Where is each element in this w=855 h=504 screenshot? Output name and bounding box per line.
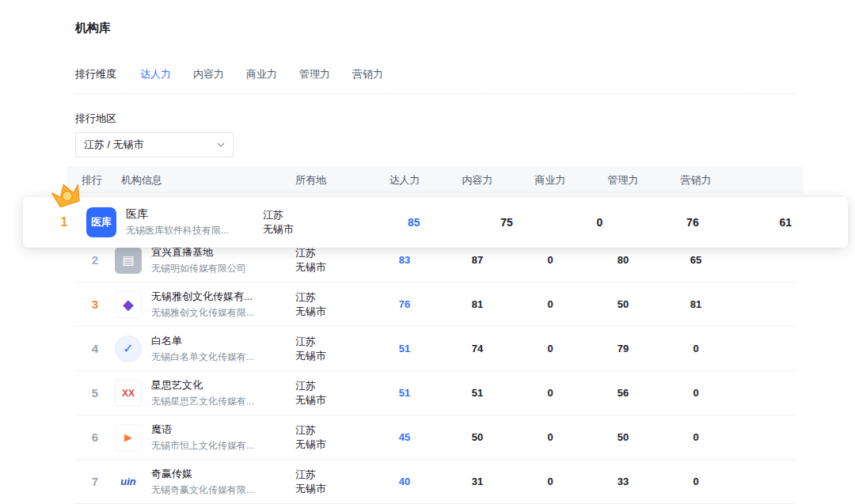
- score-content: 81: [441, 298, 514, 310]
- ranking-table: 排行机构信息所有地达人力内容力商业力管理力营销力 1 医库 医库 无锡医库软件科…: [75, 167, 796, 504]
- org-info-cell: 医库 医库 无锡医库软件科技有限...: [86, 207, 256, 237]
- org-name: 星思艺文化: [151, 378, 254, 392]
- org-name: 医库: [126, 207, 229, 222]
- org-province: 江苏: [295, 290, 368, 305]
- org-logo: ▤: [115, 247, 142, 274]
- top-rank-card[interactable]: 1 医库 医库 无锡医库软件科技有限... 江苏 无锡市 85 75 0 76 …: [23, 197, 848, 248]
- score-commerce: 0: [514, 431, 587, 443]
- tab-item[interactable]: 营销力: [352, 67, 383, 81]
- org-province: 江苏: [295, 379, 368, 393]
- score-management: 50: [587, 431, 659, 443]
- org-city: 无锡市: [295, 482, 368, 496]
- score-content: 31: [441, 476, 514, 487]
- score-content: 50: [441, 431, 514, 443]
- score-management: 56: [587, 387, 659, 399]
- column-header: 达人力: [368, 173, 441, 188]
- region-select[interactable]: 江苏 / 无锡市: [75, 132, 234, 157]
- tab-item[interactable]: 内容力: [193, 67, 224, 81]
- table-row[interactable]: 7 uin 奇赢传媒 无锡奇赢文化传媒有限... 江苏 无锡市 40 31 0 …: [75, 460, 796, 504]
- org-location-cell: 江苏 无锡市: [289, 379, 368, 407]
- tab-item[interactable]: 商业力: [246, 67, 277, 81]
- org-logo: XX: [115, 380, 142, 407]
- score-commerce: 0: [514, 476, 587, 487]
- score-management: 80: [587, 254, 659, 266]
- rank-region-label: 排行地区: [75, 112, 796, 126]
- score-commerce: 0: [514, 298, 587, 310]
- table-header: 排行机构信息所有地达人力内容力商业力管理力营销力: [67, 167, 804, 194]
- score-talent[interactable]: 40: [368, 476, 441, 487]
- org-name: 奇赢传媒: [151, 467, 254, 481]
- org-province: 江苏: [295, 468, 368, 482]
- org-city: 无锡市: [295, 305, 368, 319]
- region-select-value: 江苏 / 无锡市: [84, 138, 144, 152]
- score-marketing: 0: [659, 387, 732, 399]
- org-text: 宜兴直播基地 无锡明如传媒有限公司: [151, 245, 246, 275]
- score-commerce: 0: [514, 343, 587, 354]
- column-header: 商业力: [514, 173, 587, 188]
- org-province: 江苏: [295, 423, 368, 438]
- score-management: 76: [646, 216, 739, 229]
- org-province: 江苏: [263, 208, 367, 222]
- score-talent[interactable]: 76: [368, 298, 441, 310]
- score-management: 79: [587, 343, 659, 354]
- org-logo: 医库: [86, 207, 116, 237]
- rank-number: 2: [75, 253, 115, 267]
- score-content: 75: [460, 216, 553, 229]
- org-city: 无锡市: [295, 438, 368, 452]
- tab-item[interactable]: 达人力: [140, 67, 171, 81]
- org-subtitle: 无锡星思艺文化传媒有...: [151, 395, 254, 408]
- org-text: 魔语 无锡市恒上文化传媒有...: [151, 423, 254, 453]
- org-logo: ✓: [115, 335, 142, 362]
- org-subtitle: 无锡明如传媒有限公司: [151, 262, 246, 275]
- org-city: 无锡市: [295, 393, 368, 407]
- column-header: 机构信息: [115, 173, 289, 188]
- rank-dimension-row: 排行维度 达人力内容力商业力管理力营销力: [75, 67, 796, 81]
- org-logo: ◆: [115, 291, 142, 318]
- org-city: 无锡市: [263, 222, 367, 237]
- column-header: 所有地: [289, 173, 368, 188]
- org-subtitle: 无锡市恒上文化传媒有...: [151, 439, 254, 453]
- org-location-cell: 江苏 无锡市: [289, 468, 368, 496]
- score-talent[interactable]: 51: [368, 343, 441, 354]
- org-text: 奇赢传媒 无锡奇赢文化传媒有限...: [151, 467, 254, 497]
- score-management: 33: [587, 476, 659, 487]
- score-talent[interactable]: 85: [367, 216, 460, 229]
- score-talent[interactable]: 45: [368, 431, 441, 443]
- org-logo: ▶: [115, 424, 142, 451]
- chevron-down-icon: [217, 142, 225, 147]
- org-name: 魔语: [151, 423, 254, 437]
- org-city: 无锡市: [295, 260, 368, 275]
- org-info-cell: ✓ 白名单 无锡白名单文化传媒有...: [115, 334, 289, 364]
- score-content: 87: [441, 254, 514, 266]
- column-header: 内容力: [441, 173, 514, 188]
- dimension-tabs: 达人力内容力商业力管理力营销力: [140, 67, 383, 81]
- column-header: 营销力: [659, 173, 732, 188]
- rank-number: 3: [75, 297, 115, 311]
- org-logo: uin: [115, 468, 142, 495]
- column-header: 排行: [75, 173, 115, 188]
- tab-item[interactable]: 管理力: [299, 67, 330, 81]
- table-row[interactable]: 4 ✓ 白名单 无锡白名单文化传媒有... 江苏 无锡市 51 74 0 79 …: [75, 327, 796, 371]
- org-text: 星思艺文化 无锡星思艺文化传媒有...: [151, 378, 254, 408]
- org-info-cell: ◆ 无锡雅创文化传媒有... 无锡雅创文化传媒有限...: [115, 290, 289, 320]
- rank-number: 6: [75, 430, 115, 444]
- score-content: 51: [441, 387, 514, 399]
- org-location-cell: 江苏 无锡市: [289, 423, 368, 452]
- score-talent[interactable]: 83: [368, 254, 441, 266]
- score-marketing: 61: [739, 216, 832, 229]
- org-info-cell: ▤ 宜兴直播基地 无锡明如传媒有限公司: [115, 245, 289, 275]
- org-location-cell: 江苏 无锡市: [289, 246, 368, 275]
- score-talent[interactable]: 51: [368, 387, 441, 399]
- table-row[interactable]: 3 ◆ 无锡雅创文化传媒有... 无锡雅创文化传媒有限... 江苏 无锡市 76…: [75, 282, 796, 327]
- score-commerce: 0: [514, 254, 587, 266]
- score-marketing: 81: [659, 298, 732, 310]
- rank-number: 1: [42, 215, 86, 229]
- table-row[interactable]: 5 XX 星思艺文化 无锡星思艺文化传媒有... 江苏 无锡市 51 51 0 …: [75, 371, 796, 415]
- org-location-cell: 江苏 无锡市: [289, 290, 368, 319]
- institution-library-page: 机构库 排行维度 达人力内容力商业力管理力营销力 排行地区 江苏 / 无锡市 排…: [0, 0, 855, 504]
- table-row[interactable]: 6 ▶ 魔语 无锡市恒上文化传媒有... 江苏 无锡市 45 50 0 50 0: [75, 415, 796, 460]
- score-management: 50: [587, 298, 659, 310]
- score-commerce: 0: [553, 216, 646, 229]
- column-header: 管理力: [587, 173, 659, 188]
- org-text: 无锡雅创文化传媒有... 无锡雅创文化传媒有限...: [151, 290, 254, 320]
